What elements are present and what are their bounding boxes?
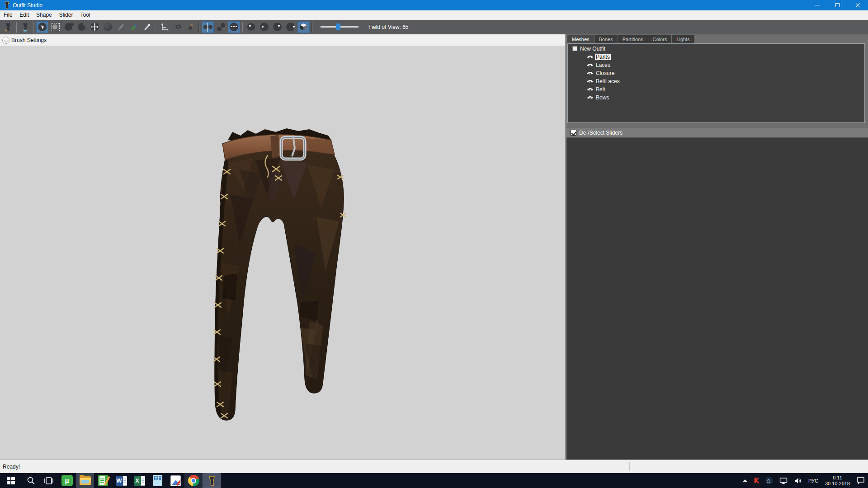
tree-item-label[interactable]: Belt <box>595 86 606 93</box>
minimize-button[interactable] <box>807 0 827 10</box>
falloff-d-button[interactable] <box>284 21 297 33</box>
load-reference-button[interactable] <box>19 21 31 33</box>
action-center-button[interactable] <box>854 473 868 488</box>
visibility-eye-icon[interactable] <box>587 55 594 60</box>
taskbar-calculator[interactable] <box>148 473 166 488</box>
tray-steam[interactable] <box>762 473 776 488</box>
falloff-a-button[interactable] <box>245 21 257 33</box>
start-button[interactable] <box>0 473 22 488</box>
taskbar-search-button[interactable] <box>22 473 40 488</box>
tree-item-label[interactable]: Closure <box>595 70 615 76</box>
deflate-brush-button[interactable] <box>75 21 88 33</box>
visibility-eye-icon[interactable] <box>587 71 594 76</box>
task-view-button[interactable] <box>40 473 58 488</box>
tree-item-belt[interactable]: Belt <box>568 85 864 94</box>
fov-label: Field of View: 65 <box>368 24 409 30</box>
x-mirror-icon <box>203 23 212 31</box>
brush-settings-bar: Brush Settings <box>0 34 565 46</box>
mask-brush-button[interactable] <box>49 21 61 33</box>
panel-tabs: Meshes Bones Partitions Colors Lights <box>566 34 868 43</box>
menu-edit[interactable]: Edit <box>16 10 33 19</box>
collapse-icon[interactable] <box>572 46 577 51</box>
taskbar-bodyslide[interactable] <box>203 473 221 488</box>
language-indicator[interactable]: РУС <box>805 473 821 488</box>
tab-bones[interactable]: Bones <box>594 35 618 43</box>
pivot-tool-button[interactable] <box>171 21 184 33</box>
taskbar-clock[interactable]: 0:11 30.10.2018 <box>821 475 854 487</box>
action-center-icon <box>857 477 865 484</box>
deselect-sliders-checkbox[interactable] <box>571 130 576 136</box>
texture-cube-icon <box>299 23 308 31</box>
close-icon <box>855 3 860 8</box>
visibility-eye-icon[interactable] <box>587 79 594 84</box>
alpha-brush-button[interactable] <box>141 21 153 33</box>
fov-slider[interactable] <box>321 26 359 28</box>
tree-root-new-outfit[interactable]: New Outfit <box>568 45 864 52</box>
tree-item-laces[interactable]: Laces <box>568 61 864 69</box>
select-tool-button[interactable] <box>36 21 48 33</box>
smooth-brush-button[interactable] <box>102 21 114 33</box>
calculator-icon <box>153 475 162 486</box>
brush-collision-toggle[interactable] <box>228 21 240 33</box>
tray-kaspersky[interactable]: K <box>750 473 762 488</box>
restore-button[interactable] <box>827 0 848 10</box>
menu-file[interactable]: File <box>0 10 16 19</box>
tab-colors[interactable]: Colors <box>648 35 672 43</box>
clock-time: 0:11 <box>825 475 850 481</box>
taskbar-utorrent[interactable]: µ <box>58 473 76 488</box>
x-mirror-toggle[interactable] <box>202 21 214 33</box>
taskbar-notes-app[interactable] <box>94 473 112 488</box>
tree-item-bows[interactable]: Bows <box>568 94 864 102</box>
weight-brush-button[interactable] <box>115 21 127 33</box>
taskbar-word[interactable]: W <box>112 473 130 488</box>
falloff-c-button[interactable] <box>271 21 283 33</box>
tree-item-beltlaces[interactable]: BeltLaces <box>568 77 864 85</box>
deselect-sliders-label: De-/Select Sliders <box>579 130 623 136</box>
tab-partitions[interactable]: Partitions <box>618 35 648 43</box>
viewport-3d[interactable]: Brush Settings <box>0 34 565 460</box>
visibility-eye-icon[interactable] <box>587 95 594 100</box>
visibility-eye-icon[interactable] <box>587 63 594 68</box>
sliders-area[interactable] <box>566 138 868 460</box>
tree-item-pants[interactable]: Pants <box>568 53 864 61</box>
tab-meshes[interactable]: Meshes <box>567 35 594 43</box>
brush-settings-label: Brush Settings <box>11 37 47 43</box>
transform-tool-button[interactable] <box>158 21 170 33</box>
menu-tool[interactable]: Tool <box>76 10 94 19</box>
visibility-eye-icon[interactable] <box>587 87 594 92</box>
menu-shape[interactable]: Shape <box>33 10 56 19</box>
close-button[interactable] <box>848 0 868 10</box>
tree-item-closure[interactable]: Closure <box>568 69 864 77</box>
connected-only-toggle[interactable] <box>215 21 227 33</box>
tray-volume[interactable] <box>791 473 805 488</box>
fov-slider-handle[interactable] <box>336 23 340 30</box>
hidden-icons-button[interactable] <box>740 473 750 488</box>
meshes-tree: New Outfit Pants Laces Closure BeltLaces <box>567 43 865 123</box>
minimize-icon <box>815 5 820 5</box>
color-brush-button[interactable] <box>128 21 140 33</box>
texture-cube-toggle[interactable] <box>297 21 310 33</box>
chrome-icon <box>188 475 199 486</box>
inflate-brush-button[interactable] <box>62 21 75 33</box>
brush-settings-collapse-button[interactable] <box>2 37 9 44</box>
tree-item-label[interactable]: BeltLaces <box>595 78 621 84</box>
taskbar-excel[interactable]: X <box>130 473 148 488</box>
taskbar-paint[interactable] <box>166 473 184 488</box>
tray-network[interactable] <box>776 473 791 488</box>
taskbar-file-explorer[interactable] <box>76 473 94 488</box>
taskbar-chrome[interactable] <box>184 473 203 488</box>
file-explorer-icon <box>80 476 91 485</box>
move-brush-button[interactable] <box>89 21 101 33</box>
load-project-button[interactable] <box>2 21 14 33</box>
falloff-a-icon <box>247 23 255 31</box>
tree-item-label[interactable]: Pants <box>595 54 611 60</box>
menubar: File Edit Shape Slider Tool <box>0 10 868 20</box>
menu-slider[interactable]: Slider <box>56 10 77 19</box>
tree-item-label[interactable]: Laces <box>595 62 611 68</box>
tab-lights[interactable]: Lights <box>672 35 694 43</box>
falloff-b-button[interactable] <box>258 21 270 33</box>
tree-item-label[interactable]: Bows <box>595 94 610 101</box>
status-text: Ready! <box>0 464 20 470</box>
word-icon: W <box>116 476 127 486</box>
vertex-edit-button[interactable] <box>184 21 197 33</box>
